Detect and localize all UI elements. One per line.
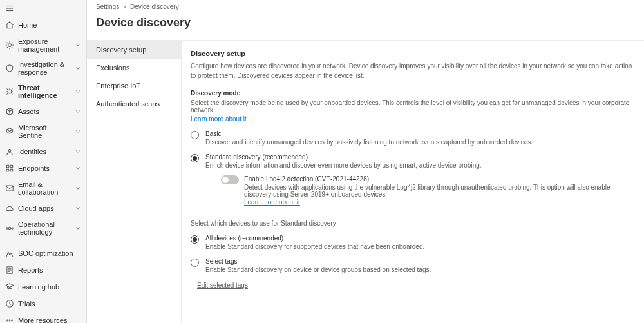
svg-rect-6 xyxy=(6,165,9,168)
edit-selected-tags-link[interactable]: Edit selected tags xyxy=(197,282,248,289)
chevron-right-icon: › xyxy=(124,3,126,10)
sidebar-item-label: Exposure management xyxy=(18,37,71,53)
soc-icon xyxy=(5,249,14,258)
chevron-down-icon xyxy=(75,225,81,231)
sidebar-item-label: Home xyxy=(18,21,81,29)
tab-exclusions[interactable]: Exclusions xyxy=(87,59,181,77)
sentinel-icon xyxy=(5,127,14,136)
sidebar-item-label: Endpoints xyxy=(18,164,71,172)
sidebar-item-threat-intelligence[interactable]: Threat intelligence xyxy=(0,80,86,103)
home-icon xyxy=(5,21,14,30)
radio-all-devices-input[interactable] xyxy=(191,235,199,244)
bug-icon xyxy=(5,87,14,96)
svg-point-16 xyxy=(7,320,8,321)
content-area: Discovery setupExclusionsEnterprise IoTA… xyxy=(87,40,644,323)
sidebar-item-exposure-management[interactable]: Exposure management xyxy=(0,34,86,57)
ot-icon xyxy=(5,224,14,233)
radio-select-tags-description: Enable Standard discovery on device or d… xyxy=(205,266,635,273)
sidebar-item-label: Investigation & response xyxy=(18,61,71,76)
which-devices-heading: Select which devices to use for Standard… xyxy=(191,220,635,227)
log4j-toggle-description: Detect devices with applications using t… xyxy=(244,184,635,198)
radio-basic-input[interactable] xyxy=(191,131,199,139)
chevron-down-icon xyxy=(75,65,81,72)
sidebar-item-identities[interactable]: Identities xyxy=(0,143,86,160)
radio-basic-label: Basic xyxy=(205,130,635,137)
main: Settings › Device discovery Device disco… xyxy=(87,0,644,323)
sidebar-item-label: Operational technology xyxy=(18,220,71,236)
sidebar-item-investigation-response[interactable]: Investigation & response xyxy=(0,57,86,80)
tab-discovery-setup[interactable]: Discovery setup xyxy=(87,41,181,59)
sidebar-item-label: Cloud apps xyxy=(18,204,71,212)
sidebar-item-email-collaboration[interactable]: Email & collaboration xyxy=(0,177,86,200)
discovery-mode-heading: Discovery mode xyxy=(191,90,635,97)
radio-all-devices-description: Enable Standard discovery for supported … xyxy=(205,243,635,250)
chevron-down-icon xyxy=(75,42,81,48)
chevron-down-icon xyxy=(75,148,81,155)
breadcrumb: Settings › Device discovery xyxy=(87,0,644,14)
radio-standard-description: Enrich device information and discover e… xyxy=(205,162,635,169)
sidebar-item-cloud-apps[interactable]: Cloud apps xyxy=(0,200,86,217)
radio-standard-input[interactable] xyxy=(191,154,199,162)
svg-point-4 xyxy=(8,90,12,93)
tab-list: Discovery setupExclusionsEnterprise IoTA… xyxy=(87,41,182,323)
svg-rect-8 xyxy=(6,169,9,171)
radio-select-tags-input[interactable] xyxy=(191,259,199,267)
learn-more-link[interactable]: Learn more about it xyxy=(191,115,247,122)
chevron-down-icon xyxy=(75,108,81,115)
log4j-toggle[interactable] xyxy=(221,175,239,184)
mail-icon xyxy=(5,184,14,193)
discovery-mode-description: Select the discovery mode being used by … xyxy=(191,99,635,113)
chevron-down-icon xyxy=(75,165,81,171)
tab-enterprise-iot[interactable]: Enterprise IoT xyxy=(87,77,181,95)
sidebar-item-trials[interactable]: Trials xyxy=(0,295,86,312)
cube-icon xyxy=(5,107,14,116)
sidebar-item-label: Learning hub xyxy=(18,283,81,291)
more-icon xyxy=(5,316,14,323)
sidebar-item-more-resources[interactable]: More resources xyxy=(0,312,86,323)
breadcrumb-device-discovery[interactable]: Device discovery xyxy=(130,3,179,10)
sidebar-item-label: Microsoft Sentinel xyxy=(18,124,71,139)
radio-basic[interactable]: Basic Discover and identify unmanaged de… xyxy=(191,130,635,146)
radio-all-devices[interactable]: All devices (recommended) Enable Standar… xyxy=(191,235,635,250)
sidebar-item-reports[interactable]: Reports xyxy=(0,262,86,279)
sidebar-item-label: More resources xyxy=(18,317,81,323)
radio-select-tags[interactable]: Select tags Enable Standard discovery on… xyxy=(191,258,635,273)
sidebar-item-operational-technology[interactable]: Operational technology xyxy=(0,217,86,240)
settings-pane: Discovery setup Configure how devices ar… xyxy=(182,41,644,323)
sidebar-item-home[interactable]: Home xyxy=(0,17,86,34)
svg-point-17 xyxy=(9,320,10,321)
trial-icon xyxy=(5,299,14,308)
sidebar-item-soc-optimization[interactable]: SOC optimization xyxy=(0,245,86,262)
cloud-icon xyxy=(5,204,14,213)
sidebar: HomeExposure managementInvestigation & r… xyxy=(0,0,87,323)
sidebar-item-label: Identities xyxy=(18,148,71,155)
section-description: Configure how devices are discovered in … xyxy=(191,61,635,81)
chevron-down-icon xyxy=(75,88,81,95)
learn-icon xyxy=(5,282,14,291)
log4j-toggle-label: Enable Log4j2 detection (CVE-2021-44228) xyxy=(244,175,635,182)
sidebar-item-microsoft-sentinel[interactable]: Microsoft Sentinel xyxy=(0,120,86,143)
radio-all-devices-label: All devices (recommended) xyxy=(205,235,635,242)
hamburger-button[interactable] xyxy=(0,0,86,17)
section-title: Discovery setup xyxy=(191,50,635,57)
sidebar-item-endpoints[interactable]: Endpoints xyxy=(0,160,86,177)
tab-authenticated-scans[interactable]: Authenticated scans xyxy=(87,95,181,113)
radio-standard[interactable]: Standard discovery (recommended) Enrich … xyxy=(191,153,635,206)
sidebar-item-label: Email & collaboration xyxy=(18,181,71,196)
radio-standard-label: Standard discovery (recommended) xyxy=(205,153,635,161)
sun-icon xyxy=(5,41,14,50)
sidebar-item-assets[interactable]: Assets xyxy=(0,103,86,120)
svg-point-3 xyxy=(8,44,12,47)
chevron-down-icon xyxy=(75,128,81,135)
breadcrumb-settings[interactable]: Settings xyxy=(96,3,119,10)
sidebar-item-label: Threat intelligence xyxy=(18,84,71,99)
svg-point-5 xyxy=(8,150,11,152)
log4j-learn-more-link[interactable]: Learn more about it xyxy=(244,199,300,206)
svg-rect-7 xyxy=(10,165,13,168)
shield-icon xyxy=(5,64,14,73)
page-title: Device discovery xyxy=(87,14,644,40)
sidebar-item-label: Trials xyxy=(18,300,81,308)
identity-icon xyxy=(5,147,14,156)
sidebar-item-learning-hub[interactable]: Learning hub xyxy=(0,279,86,295)
svg-rect-9 xyxy=(10,169,13,171)
